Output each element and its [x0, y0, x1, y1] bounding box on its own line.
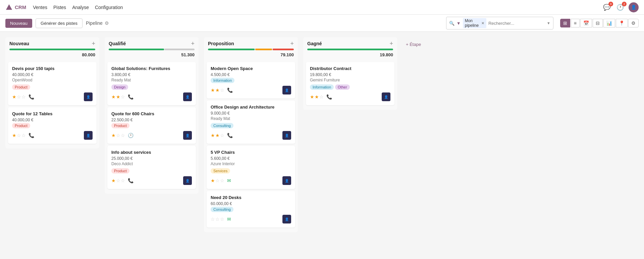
star-1[interactable]: ★	[116, 94, 120, 100]
card-avatar[interactable]: 👤	[84, 92, 93, 101]
phone-icon[interactable]: 📞	[29, 94, 34, 100]
email-icon[interactable]: ✉	[227, 178, 231, 183]
star-1[interactable]: ☆	[116, 133, 120, 138]
star-1[interactable]: ★	[215, 133, 220, 138]
add-card-button-gagne[interactable]: +	[389, 41, 393, 47]
kanban-column-qualifie: Qualifié + 51.300 Global Solutions: Furn…	[105, 37, 199, 194]
card-actions: ★☆☆ ✉	[211, 178, 231, 183]
column-total-gagne: 19.800	[303, 52, 397, 60]
phone-icon[interactable]: 📞	[128, 94, 133, 100]
phone-icon[interactable]: 📞	[29, 133, 34, 138]
card-qualifie-0[interactable]: Global Solutions: Furnitures 3.800,00 € …	[107, 62, 196, 105]
brand-logo[interactable]: CRM	[5, 4, 26, 11]
star-0[interactable]: ★	[310, 94, 314, 100]
star-2[interactable]: ☆	[319, 94, 324, 100]
tag-services: Services	[211, 168, 230, 174]
remove-filter-icon[interactable]: ✕	[481, 21, 484, 25]
phone-icon[interactable]: 📞	[128, 178, 133, 183]
star-2[interactable]: ☆	[220, 178, 224, 183]
star-2[interactable]: ☆	[220, 87, 224, 93]
star-2[interactable]: ☆	[220, 216, 224, 222]
add-stage-button[interactable]: + Étape	[402, 39, 424, 50]
card-proposition-2[interactable]: 5 VP Chairs 5.600,00 € Azure Interior Se…	[207, 146, 295, 189]
star-2[interactable]: ☆	[21, 133, 26, 138]
star-2[interactable]: ☆	[121, 94, 125, 100]
card-avatar[interactable]: 👤	[282, 131, 291, 140]
email-icon[interactable]: ✉	[227, 216, 231, 222]
search-dropdown-icon[interactable]: ▼	[547, 21, 550, 25]
star-1[interactable]: ☆	[17, 133, 21, 138]
star-1[interactable]: ★	[215, 87, 220, 93]
star-0[interactable]: ★	[111, 178, 116, 183]
card-stars: ★★☆	[211, 87, 224, 93]
card-proposition-0[interactable]: Modern Open Space 4.500,00 € Information…	[207, 62, 295, 99]
card-nouveau-1[interactable]: Quote for 12 Tables 40.000,00 € Product …	[8, 107, 97, 144]
star-2[interactable]: ☆	[121, 133, 125, 138]
star-2[interactable]: ☆	[21, 94, 26, 100]
add-card-button-qualifie[interactable]: +	[191, 41, 195, 47]
settings-view-button[interactable]: ⚙	[628, 19, 639, 27]
card-footer: ★★☆ 📞 👤	[211, 131, 291, 140]
gear-icon[interactable]: ⚙	[105, 20, 109, 26]
nav-configuration[interactable]: Configuration	[95, 5, 123, 10]
star-2[interactable]: ☆	[121, 178, 125, 183]
new-button[interactable]: Nouveau	[5, 19, 32, 28]
star-0[interactable]: ☆	[211, 216, 215, 222]
card-gagne-0[interactable]: Distributor Contract 19.800,00 € Gemini …	[306, 62, 394, 105]
kanban-view-button[interactable]: ⊞	[560, 19, 570, 27]
card-stars: ★★☆	[211, 133, 224, 138]
star-0[interactable]: ★	[211, 178, 215, 183]
list-view-button[interactable]: ≡	[571, 19, 580, 27]
filter-tag[interactable]: Mon pipeline ✕	[463, 18, 486, 28]
add-card-button-proposition[interactable]: +	[290, 41, 294, 47]
card-proposition-1[interactable]: Office Design and Architecture 9.000,00 …	[207, 101, 295, 144]
card-nouveau-0[interactable]: Devis pour 150 tapis 40.000,00 € OpenWoo…	[8, 62, 97, 105]
star-0[interactable]: ★	[12, 94, 16, 100]
card-avatar[interactable]: 👤	[282, 176, 291, 185]
nav-pistes[interactable]: Pistes	[53, 5, 66, 10]
star-1[interactable]: ★	[315, 94, 319, 100]
card-avatar[interactable]: 👤	[84, 131, 93, 140]
card-avatar[interactable]: 👤	[382, 92, 390, 101]
star-0[interactable]: ★	[12, 133, 16, 138]
star-0[interactable]: ★	[111, 133, 116, 138]
nav-ventes[interactable]: Ventes	[33, 5, 47, 10]
card-avatar[interactable]: 👤	[183, 131, 192, 140]
card-avatar[interactable]: 👤	[282, 215, 291, 223]
activity-button[interactable]: 🕐 2	[615, 2, 625, 12]
card-avatar[interactable]: 👤	[282, 86, 291, 94]
search-icon: 🔍	[449, 21, 454, 26]
map-view-button[interactable]: 📍	[616, 19, 628, 27]
grid-view-button[interactable]: ⊟	[593, 19, 603, 27]
nav-analyse[interactable]: Analyse	[72, 5, 89, 10]
card-title: Devis pour 150 tapis	[12, 66, 93, 71]
generate-leads-button[interactable]: Générer des pistes	[36, 18, 83, 28]
tag-product: Product	[111, 168, 129, 174]
star-1[interactable]: ☆	[215, 178, 220, 183]
star-2[interactable]: ☆	[220, 133, 224, 138]
star-1[interactable]: ☆	[17, 94, 21, 100]
progress-segment	[255, 49, 272, 50]
card-amount: 40.000,00 €	[12, 72, 93, 77]
card-qualifie-1[interactable]: Quote for 600 Chairs 22.500,00 € Product…	[107, 107, 196, 144]
chart-view-button[interactable]: 📊	[603, 19, 615, 27]
star-0[interactable]: ★	[211, 133, 215, 138]
add-card-button-nouveau[interactable]: +	[92, 41, 95, 47]
star-0[interactable]: ★	[211, 87, 215, 93]
card-actions: ★★☆ 📞	[211, 87, 233, 93]
star-0[interactable]: ★	[111, 94, 116, 100]
phone-icon[interactable]: 📞	[326, 94, 332, 100]
card-proposition-3[interactable]: Need 20 Desks 60.000,00 € Consulting ☆☆☆…	[207, 191, 295, 228]
star-1[interactable]: ☆	[116, 178, 120, 183]
star-1[interactable]: ☆	[215, 216, 220, 222]
card-qualifie-2[interactable]: Info about services 25.000,00 € Deco Add…	[107, 146, 196, 189]
card-avatar[interactable]: 👤	[183, 176, 192, 185]
search-input[interactable]	[488, 21, 545, 26]
user-avatar[interactable]: 👤	[629, 2, 639, 12]
calendar-view-button[interactable]: 📅	[580, 19, 592, 27]
card-stars: ★★☆	[111, 94, 125, 100]
phone-icon[interactable]: 📞	[227, 87, 233, 93]
chat-button[interactable]: 💬 9	[602, 2, 612, 12]
phone-icon[interactable]: 📞	[227, 133, 233, 138]
card-avatar[interactable]: 👤	[183, 92, 192, 101]
